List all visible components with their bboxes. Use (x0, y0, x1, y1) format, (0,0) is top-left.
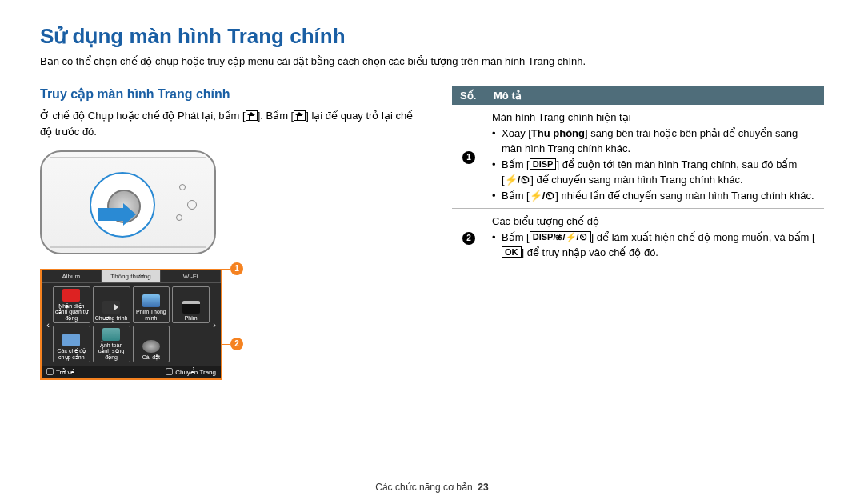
list-item: Bấm [⚡/⏲] nhiều lần để chuyển sang màn h… (492, 188, 818, 204)
back-icon (46, 368, 54, 375)
key-label: Thu phóng (531, 127, 585, 139)
callout-line (222, 269, 230, 270)
mode-cell: Phim Thông minh (133, 286, 170, 323)
arrow-icon (98, 208, 125, 221)
home-screen-mock: Album Thông thường Wi-Fi ‹ Nhận diện cản… (40, 269, 222, 380)
mode-label: Chương trình (95, 315, 128, 321)
t: ] nhiều lần để chuyển sang màn hình Tran… (555, 190, 814, 202)
row-title: Màn hình Trang chính hiện tại (492, 110, 818, 126)
left-column: Truy cập màn hình Trang chính Ở chế độ C… (40, 86, 420, 380)
table-row: 2 Các biểu tượng chế độ Bấm [DISP/❀/⚡/⏲]… (452, 209, 824, 266)
tab-basic: Thông thường (102, 270, 162, 282)
scene-icon (62, 334, 80, 346)
mode-cell: Cài đặt (133, 326, 170, 362)
page-footer: Các chức năng cơ bản 23 (0, 482, 864, 493)
home-icon (246, 110, 258, 121)
footer-left-label: Trở về (56, 369, 74, 376)
mode-cell: Phim (172, 286, 210, 323)
section-heading: Truy cập màn hình Trang chính (40, 86, 420, 102)
footer-section: Các chức năng cơ bản (375, 482, 472, 493)
callout-1: 1 (230, 262, 243, 275)
camera-button-icon (179, 184, 186, 190)
page-number: 23 (478, 482, 488, 493)
row-number-badge: 2 (462, 232, 475, 245)
callout-line (222, 344, 230, 345)
t: ] để truy nhập vào chế độ đó. (522, 246, 658, 258)
flash-timer-icon: ⚡/⏲ (505, 174, 531, 186)
mode-cell: Các chế độ chụp cảnh (53, 326, 90, 362)
mode-label: Cài đặt (142, 354, 160, 360)
screen-tabs: Album Thông thường Wi-Fi (42, 270, 221, 283)
ok-key-icon: OK (502, 246, 522, 258)
list-item: Bấm [DISP] để cuộn tới tên màn hình Tran… (492, 157, 818, 188)
row-number-badge: 1 (462, 151, 475, 164)
t: Xoay [ (502, 127, 531, 139)
camera-illustration (40, 150, 420, 254)
mode-cell: Chương trình (93, 286, 130, 323)
tab-wifi: Wi-Fi (161, 270, 221, 282)
mode-cell: Nhận diện cảnh quan tự động (53, 286, 90, 323)
mode-grid: Nhận diện cảnh quan tự động Chương trình… (53, 286, 210, 362)
panorama-icon (102, 328, 120, 341)
mode-label: Nhận diện cảnh quan tự động (54, 303, 89, 321)
footer-left: Trở về (46, 368, 74, 376)
smart-icon (62, 289, 80, 302)
camera-button-icon (187, 200, 197, 210)
program-icon (102, 301, 120, 314)
right-column: Số. Mô tả 1 Màn hình Trang chính hiện tạ… (452, 86, 824, 380)
camera-button-icon (176, 214, 182, 221)
body-text: Ở chế độ Chụp hoặc chế độ Phát lại, bấm … (40, 108, 420, 139)
t: Bấm [ (502, 190, 530, 202)
flash-timer-icon: ⚡/⏲ (530, 190, 556, 202)
body-pre: Ở chế độ Chụp hoặc chế độ Phát lại, bấm … (40, 110, 246, 122)
smart-movie-icon (142, 294, 160, 307)
mode-label: Phim Thông minh (134, 309, 169, 321)
mode-cell: Ảnh toàn cảnh sống động (93, 326, 130, 362)
chevron-right-icon: › (210, 320, 219, 330)
t: ] để chuyển sang màn hình Trang chính kh… (530, 174, 742, 186)
description-table: Số. Mô tả 1 Màn hình Trang chính hiện tạ… (452, 86, 824, 266)
t: ] để làm xuất hiện chế độ mong muốn, và … (591, 231, 815, 243)
t: Bấm [ (502, 231, 530, 243)
home-icon (294, 110, 306, 121)
callout-2: 2 (230, 338, 243, 350)
footer-right-label: Chuyển Trang (175, 369, 216, 376)
intro-text: Bạn có thể chọn chế độ chụp hoặc truy cậ… (40, 55, 824, 67)
chevron-left-icon: ‹ (43, 320, 53, 330)
list-item: Bấm [DISP/❀/⚡/⏲] để làm xuất hiện chế độ… (492, 230, 818, 261)
mode-label: Phim (185, 315, 198, 321)
movie-icon (182, 301, 200, 314)
dial-highlight-ring (90, 172, 155, 238)
tab-album: Album (42, 270, 102, 282)
page-title: Sử dụng màn hình Trang chính (40, 24, 824, 49)
disp-key-icon: DISP (530, 158, 557, 170)
gear-icon (142, 340, 160, 353)
footer-right: Chuyển Trang (166, 368, 216, 376)
combo-key-icon: DISP/❀/⚡/⏲ (530, 231, 591, 242)
list-item: Xoay [Thu phóng] sang bên trái hoặc bên … (492, 126, 818, 157)
th-number: Số. (452, 86, 486, 105)
table-row: 1 Màn hình Trang chính hiện tại Xoay [Th… (452, 105, 824, 209)
row-title: Các biểu tượng chế độ (492, 214, 818, 230)
body-mid: ]. Bấm [ (258, 110, 294, 122)
mode-label: Ảnh toàn cảnh sống động (94, 342, 129, 360)
page-icon (166, 368, 173, 375)
t: Bấm [ (502, 158, 530, 170)
th-description: Mô tả (486, 86, 824, 105)
mode-label: Các chế độ chụp cảnh (54, 348, 89, 360)
